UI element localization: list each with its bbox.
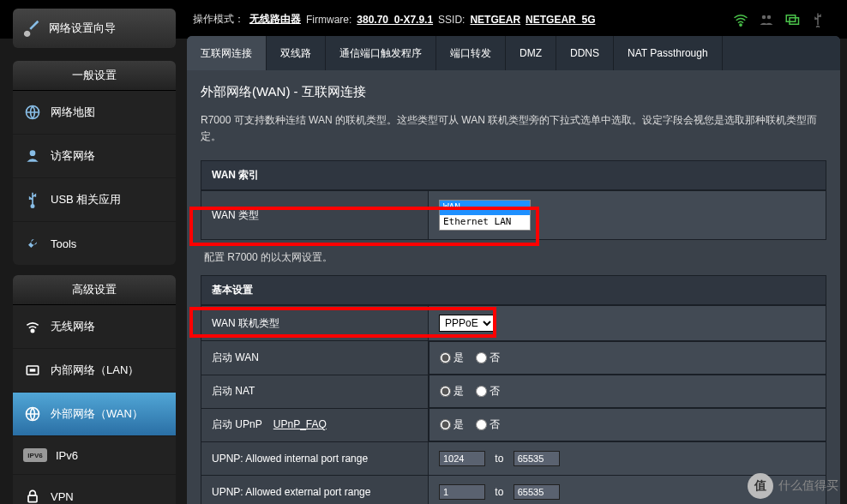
svg-rect-12 <box>28 495 37 502</box>
enable-wan-yes-radio[interactable] <box>440 352 451 363</box>
lan-icon <box>24 362 41 379</box>
enable-wan-no-radio[interactable] <box>476 352 487 363</box>
content-body: 外部网络(WAN) - 互联网连接 R7000 可支持数种连结 WAN 的联机类… <box>187 70 840 504</box>
fw-label: Firmware: <box>306 14 351 26</box>
enable-upnp-yes[interactable]: 是 <box>440 417 464 432</box>
svg-point-0 <box>740 23 742 25</box>
menu-label: IPv6 <box>56 449 78 462</box>
wan-index-header: WAN 索引 <box>201 160 826 190</box>
vpn-icon <box>24 488 41 504</box>
svg-point-7 <box>31 205 33 207</box>
tab-port-trigger[interactable]: 通信端口触发程序 <box>326 36 436 70</box>
menu-network-map[interactable]: 网络地图 <box>13 91 176 135</box>
enable-nat-no-radio[interactable] <box>476 386 487 397</box>
wizard-label: 网络设置向导 <box>49 21 116 36</box>
upnp-internal-label: UPNP: Allowed internal port range <box>201 442 429 476</box>
enable-upnp-no-radio[interactable] <box>476 419 487 430</box>
wireless-icon <box>24 318 41 335</box>
advanced-menu: 无线网络 内部网络（LAN） 外部网络（WAN） IPV6 IPv6 VPN <box>13 305 176 504</box>
wan-index-table: WAN 类型 WAN Ethernet LAN <box>201 190 826 240</box>
tab-internet[interactable]: 互联网连接 <box>187 36 267 70</box>
usb-icon <box>810 12 826 27</box>
conn-type-label: WAN 联机类型 <box>201 306 429 341</box>
wan-type-option-lan[interactable]: Ethernet LAN <box>440 215 530 230</box>
wan-type-option-wan[interactable]: WAN <box>440 201 530 215</box>
svg-point-2 <box>767 15 772 19</box>
guest-icon <box>24 147 41 165</box>
upnp-external-to[interactable] <box>514 484 560 500</box>
general-menu: 网络地图 访客网络 USB 相关应用 Tools <box>13 91 176 265</box>
enable-wan-label: 启动 WAN <box>201 341 429 375</box>
enable-upnp-no[interactable]: 否 <box>476 417 500 432</box>
svg-point-1 <box>762 15 766 19</box>
tab-dualwan[interactable]: 双线路 <box>267 36 326 70</box>
wan-icon <box>24 405 41 423</box>
monitor-icon <box>784 12 800 27</box>
menu-label: 无线网络 <box>51 319 95 334</box>
general-section-header: 一般设置 <box>13 61 176 91</box>
watermark: 值 什么值得买 <box>748 473 838 499</box>
menu-ipv6[interactable]: IPV6 IPv6 <box>13 436 176 475</box>
enable-nat-no[interactable]: 否 <box>476 384 500 399</box>
config-note: 配置 R7000 的以太网设置。 <box>201 240 826 275</box>
page-desc: R7000 可支持数种连结 WAN 的联机类型。这些类型可从 WAN 联机类型旁… <box>201 112 826 145</box>
usb-app-icon <box>24 191 41 208</box>
menu-tools[interactable]: Tools <box>13 222 176 265</box>
enable-upnp-label: 启动 UPnP UPnP_FAQ <box>201 408 429 442</box>
conn-type-select[interactable]: PPPoE <box>439 315 495 332</box>
tab-ddns[interactable]: DDNS <box>556 36 614 70</box>
upnp-internal-to[interactable] <box>514 451 560 466</box>
enable-nat-yes[interactable]: 是 <box>440 384 464 399</box>
mode-value-link[interactable]: 无线路由器 <box>249 12 301 27</box>
menu-vpn[interactable]: VPN <box>13 475 176 504</box>
tools-icon <box>24 235 41 252</box>
basic-table: WAN 联机类型 PPPoE 启动 WAN 是 否 启动 NAT 是 否 <box>201 305 826 504</box>
wan-type-select[interactable]: WAN Ethernet LAN <box>439 200 531 231</box>
watermark-text: 什么值得买 <box>778 478 838 494</box>
menu-label: VPN <box>51 490 74 503</box>
watermark-icon: 值 <box>748 473 773 499</box>
ssid1-link[interactable]: NETGEAR <box>470 14 520 26</box>
enable-nat-yes-radio[interactable] <box>440 386 451 397</box>
fw-value-link[interactable]: 380.70_0-X7.9.1 <box>357 14 433 26</box>
wifi-icon <box>733 12 748 27</box>
enable-wan-yes[interactable]: 是 <box>440 351 464 365</box>
upnp-faq-link[interactable]: UPnP_FAQ <box>273 418 327 430</box>
tab-port-forward[interactable]: 端口转发 <box>436 36 506 70</box>
mode-label: 操作模式： <box>193 12 244 27</box>
svg-point-6 <box>30 150 36 156</box>
ssid2-link[interactable]: NETGEAR_5G <box>526 14 595 26</box>
tab-bar: 互联网连接 双线路 通信端口触发程序 端口转发 DMZ DDNS NAT Pas… <box>187 36 840 70</box>
tab-nat-passthrough[interactable]: NAT Passthrough <box>614 36 723 70</box>
upnp-internal-from[interactable] <box>439 451 485 466</box>
basic-header: 基本设置 <box>201 275 826 305</box>
ipv6-icon: IPV6 <box>23 448 47 462</box>
menu-label: Tools <box>51 237 76 250</box>
menu-usb[interactable]: USB 相关应用 <box>13 178 176 222</box>
enable-nat-label: 启动 NAT <box>201 375 429 408</box>
menu-wireless[interactable]: 无线网络 <box>13 305 176 349</box>
wan-type-label: WAN 类型 <box>201 191 429 240</box>
to-label: to <box>488 486 510 498</box>
main-content: 互联网连接 双线路 通信端口触发程序 端口转发 DMZ DDNS NAT Pas… <box>187 36 840 504</box>
svg-rect-10 <box>30 369 36 371</box>
users-icon <box>759 12 774 27</box>
page-title: 外部网络(WAN) - 互联网连接 <box>201 84 826 100</box>
globe-icon <box>24 104 41 121</box>
upnp-external-from[interactable] <box>439 484 485 500</box>
menu-guest-network[interactable]: 访客网络 <box>13 135 176 178</box>
enable-upnp-yes-radio[interactable] <box>440 419 451 430</box>
left-sidebar: 网络设置向导 一般设置 网络地图 访客网络 USB 相关应用 Tools 高级设… <box>13 9 176 504</box>
network-wizard-button[interactable]: 网络设置向导 <box>13 9 176 48</box>
menu-label: USB 相关应用 <box>51 192 121 207</box>
menu-label: 内部网络（LAN） <box>51 363 139 378</box>
tab-dmz[interactable]: DMZ <box>506 36 556 70</box>
svg-point-8 <box>31 329 33 332</box>
upnp-external-label: UPNP: Allowed external port range <box>201 476 429 504</box>
menu-lan[interactable]: 内部网络（LAN） <box>13 349 176 393</box>
enable-wan-no[interactable]: 否 <box>476 351 500 365</box>
menu-label: 外部网络（WAN） <box>51 406 143 422</box>
advanced-section-header: 高级设置 <box>13 275 176 305</box>
menu-wan[interactable]: 外部网络（WAN） <box>13 393 176 436</box>
header-status-icons <box>733 12 826 27</box>
